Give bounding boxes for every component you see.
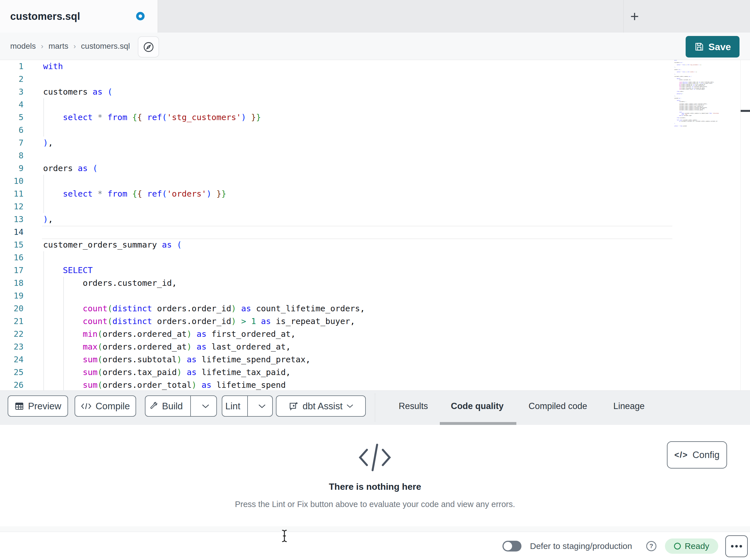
text-cursor-pointer bbox=[280, 529, 289, 544]
line-number: 6 bbox=[0, 124, 23, 137]
compile-button[interactable]: Compile bbox=[75, 395, 136, 417]
status-badge[interactable]: Ready bbox=[665, 538, 718, 554]
code-line[interactable]: 20 count(distinct orders.order_id) as co… bbox=[0, 302, 741, 315]
config-button[interactable]: </> Config bbox=[667, 441, 727, 469]
scrollbar-marker[interactable] bbox=[741, 110, 750, 112]
indent-guide bbox=[63, 366, 64, 379]
code-line[interactable]: 24 sum(orders.subtotal) as lifetime_spen… bbox=[0, 353, 741, 366]
code-line[interactable]: 19 bbox=[0, 290, 741, 302]
divider bbox=[623, 0, 624, 33]
code-line[interactable]: 11 select * from {{ ref('orders') }} bbox=[0, 188, 741, 200]
file-tab-customers-sql[interactable]: customers.sql bbox=[0, 0, 158, 33]
assist-chat-sparkle-icon bbox=[289, 401, 299, 411]
code-line[interactable]: 3customers as ( bbox=[0, 86, 741, 98]
line-number: 17 bbox=[0, 264, 23, 277]
indent-guide bbox=[43, 264, 44, 277]
line-number: 23 bbox=[0, 340, 23, 353]
line-number: 12 bbox=[0, 200, 23, 213]
defer-label: Defer to staging/production bbox=[530, 532, 632, 560]
indent-guide bbox=[43, 175, 44, 188]
code-lines: 1with23customers as (45 select * from {{… bbox=[0, 60, 741, 390]
dbt-assist-button[interactable]: dbt Assist bbox=[276, 395, 366, 417]
empty-state-subtitle: Press the Lint or Fix button above to ev… bbox=[0, 500, 750, 509]
code-line[interactable]: 21 count(distinct orders.order_id) > 1 a… bbox=[0, 315, 741, 328]
tab-lineage[interactable]: Lineage bbox=[613, 390, 645, 422]
indent-guide bbox=[43, 98, 44, 111]
breadcrumb-item-models[interactable]: models bbox=[10, 42, 36, 51]
chevron-down-icon bbox=[202, 404, 209, 409]
plus-icon: + bbox=[630, 8, 639, 25]
lint-dropdown-button[interactable] bbox=[252, 396, 272, 416]
code-line[interactable]: 9orders as ( bbox=[0, 162, 741, 175]
indent-guide bbox=[63, 277, 64, 290]
line-number: 25 bbox=[0, 366, 23, 379]
code-line[interactable]: 23 max(orders.ordered_at) as last_ordere… bbox=[0, 340, 741, 353]
line-number: 22 bbox=[0, 328, 23, 340]
code-line[interactable]: 13), bbox=[0, 213, 741, 226]
indent-guide bbox=[43, 366, 44, 379]
lint-button[interactable]: Lint bbox=[222, 396, 243, 416]
code-line[interactable]: 1with bbox=[0, 60, 741, 73]
code-icon: </> bbox=[674, 450, 688, 460]
code-line[interactable]: 2 bbox=[0, 73, 741, 86]
code-line[interactable]: 12 bbox=[0, 200, 741, 213]
chevron-right-icon: › bbox=[41, 42, 43, 51]
preview-button[interactable]: Preview bbox=[8, 395, 68, 417]
minimap[interactable]: with customers as ( select * from {{ ref… bbox=[674, 60, 740, 127]
code-line[interactable]: 4 bbox=[0, 98, 741, 111]
line-number: 24 bbox=[0, 353, 23, 366]
code-line[interactable]: 16 bbox=[0, 251, 741, 264]
tab-bar: customers.sql + bbox=[0, 0, 750, 33]
indent-guide bbox=[43, 302, 44, 315]
tab-compiled-code[interactable]: Compiled code bbox=[529, 390, 587, 422]
line-number: 14 bbox=[0, 226, 23, 238]
breadcrumb-item-file[interactable]: customers.sql bbox=[81, 42, 130, 51]
new-tab-button[interactable]: + bbox=[625, 0, 645, 33]
code-line[interactable]: 26 sum(orders.order_total) as lifetime_s… bbox=[0, 379, 741, 390]
ide-window: customers.sql + models › marts › custome… bbox=[0, 0, 750, 560]
code-line[interactable]: 25 sum(orders.tax_paid) as lifetime_tax_… bbox=[0, 366, 741, 379]
indent-guide bbox=[63, 315, 64, 328]
code-line[interactable]: 10 bbox=[0, 175, 741, 188]
line-number: 2 bbox=[0, 73, 23, 86]
compass-icon bbox=[143, 41, 155, 53]
line-number: 21 bbox=[0, 315, 23, 328]
tab-lineage-label: Lineage bbox=[613, 401, 645, 411]
save-button[interactable]: Save bbox=[686, 36, 739, 58]
explore-lineage-button[interactable] bbox=[138, 36, 159, 58]
more-options-button[interactable] bbox=[725, 535, 748, 557]
minimap-content: with customers as ( select * from {{ ref… bbox=[674, 60, 740, 127]
build-dropdown-button[interactable] bbox=[195, 396, 216, 416]
results-panel bbox=[0, 425, 750, 526]
indent-guide bbox=[43, 200, 44, 213]
tab-code-quality-label: Code quality bbox=[451, 401, 504, 411]
compile-button-label: Compile bbox=[96, 401, 130, 412]
code-line[interactable]: 7), bbox=[0, 137, 741, 149]
line-number: 9 bbox=[0, 162, 23, 175]
indent-guide bbox=[43, 353, 44, 366]
code-line[interactable]: 5 select * from {{ ref('stg_customers') … bbox=[0, 111, 741, 124]
code-line[interactable]: 6 bbox=[0, 124, 741, 137]
code-line[interactable]: 14 bbox=[0, 226, 741, 238]
indent-guide bbox=[43, 328, 44, 340]
code-line[interactable]: 15customer_orders_summary as ( bbox=[0, 238, 741, 251]
indent-guide bbox=[63, 302, 64, 315]
line-number: 16 bbox=[0, 251, 23, 264]
status-badge-label: Ready bbox=[685, 541, 709, 551]
build-button-label: Build bbox=[162, 401, 183, 412]
code-line[interactable]: 18 orders.customer_id, bbox=[0, 277, 741, 290]
breadcrumb-item-marts[interactable]: marts bbox=[48, 42, 68, 51]
build-button[interactable]: Build bbox=[145, 396, 186, 416]
tab-code-quality[interactable]: Code quality bbox=[451, 390, 504, 422]
tab-results[interactable]: Results bbox=[399, 390, 428, 422]
toggle-knob bbox=[504, 542, 512, 551]
code-slash-icon bbox=[357, 442, 392, 474]
defer-toggle[interactable] bbox=[502, 541, 521, 552]
empty-state-title: There is nothing here bbox=[0, 481, 750, 492]
code-editor[interactable]: 1with23customers as (45 select * from {{… bbox=[0, 60, 750, 390]
code-line[interactable]: 17 SELECT bbox=[0, 264, 741, 277]
help-icon[interactable]: ? bbox=[646, 541, 656, 551]
indent-guide bbox=[43, 251, 44, 264]
code-line[interactable]: 22 min(orders.ordered_at) as first_order… bbox=[0, 328, 741, 340]
code-line[interactable]: 8 bbox=[0, 149, 741, 162]
